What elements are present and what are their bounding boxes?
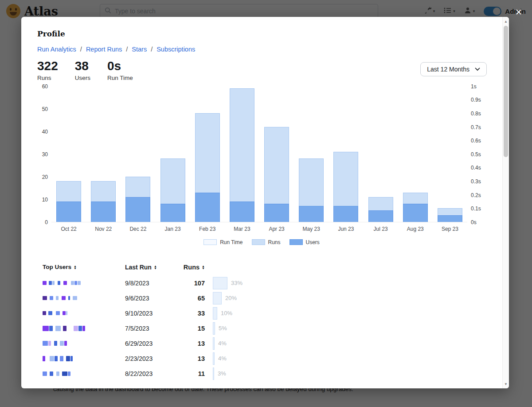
x-axis-label: Jul 23: [364, 226, 398, 232]
mosaic-block: [56, 311, 60, 315]
y-axis-tick-label: 0.6s: [471, 138, 481, 144]
top-user-cell: [43, 296, 125, 300]
mosaic-block: [66, 296, 68, 300]
mosaic-block: [43, 341, 48, 346]
mosaic-block: [47, 296, 49, 300]
mosaic-block: [48, 341, 51, 346]
column-label: Last Run: [125, 264, 152, 271]
mosaic-block: [67, 281, 70, 285]
runs-count-cell: 13: [179, 340, 205, 347]
sort-icon: ▲▼: [74, 265, 77, 269]
bar-group-sep-23: Sep 23: [433, 87, 467, 222]
mosaic-block: [55, 326, 61, 331]
y-axis-tick-label: 0.2s: [471, 192, 481, 198]
mosaic-block: [71, 281, 74, 285]
link-separator: /: [151, 46, 153, 53]
y-axis-tick-label: 20: [42, 174, 48, 180]
profile-link-subscriptions[interactable]: Subscriptions: [156, 46, 195, 53]
mosaic-block: [56, 296, 59, 300]
users-bar: [195, 193, 220, 222]
mosaic-block: [62, 296, 66, 300]
mosaic-block: [56, 371, 59, 376]
legend-label: Users: [306, 239, 320, 245]
profile-link-run-analytics[interactable]: Run Analytics: [37, 46, 76, 53]
runs-count-cell: 15: [179, 325, 205, 332]
mosaic-block: [50, 356, 54, 361]
close-button[interactable]: ✕: [515, 8, 522, 16]
x-axis-label: Nov 22: [86, 226, 121, 232]
scrollbar-thumb[interactable]: [504, 26, 508, 157]
redacted-username-mosaic: [43, 296, 125, 300]
share-bar: [213, 367, 214, 380]
profile-link-report-runs[interactable]: Report Runs: [86, 46, 122, 53]
mosaic-block: [60, 311, 62, 315]
mosaic-block: [67, 326, 73, 331]
bar-group-dec-22: Dec 22: [121, 87, 155, 222]
scroll-up-arrow-icon[interactable]: ▲: [503, 18, 509, 25]
mosaic-block: [50, 296, 53, 300]
y-axis-tick-label: 0.1s: [471, 205, 481, 212]
runs-count-cell: 33: [179, 310, 205, 317]
date-range-selector[interactable]: Last 12 Months: [420, 62, 487, 76]
scroll-down-arrow-icon[interactable]: ▼: [503, 380, 509, 387]
mosaic-block: [68, 371, 70, 376]
column-header-runs[interactable]: Runs ▲▼: [179, 264, 205, 271]
y-axis-tick-label: 0.8s: [471, 111, 481, 117]
y-axis-tick-label: 0.7s: [471, 124, 481, 130]
link-separator: /: [80, 46, 82, 53]
last-run-cell: 9/6/2023: [125, 295, 179, 302]
chevron-down-icon: [475, 67, 480, 71]
x-axis-label: Apr 23: [259, 226, 294, 232]
runs-share-cell: 4%: [213, 337, 227, 350]
legend-item-users: Users: [289, 239, 320, 245]
bar-group-may-23: May 23: [294, 87, 329, 222]
mosaic-block: [66, 311, 67, 315]
last-run-cell: 2/23/2023: [125, 355, 179, 362]
modal-scrollbar[interactable]: ▲ ▼: [502, 17, 509, 388]
date-range-value: Last 12 Months: [427, 66, 469, 73]
mosaic-block: [64, 356, 66, 361]
share-bar: [213, 352, 215, 365]
column-header-top-users[interactable]: Top Users ▲▼: [43, 264, 125, 270]
top-user-cell: [43, 326, 125, 331]
legend-swatch: [252, 239, 265, 245]
y-axis-right: 0s0.1s0.2s0.3s0.4s0.5s0.6s0.7s0.8s0.9s1s: [467, 87, 486, 222]
last-run-cell: 6/29/2023: [125, 340, 179, 347]
redacted-username-mosaic: [43, 311, 125, 315]
bar-group-mar-23: Mar 23: [225, 87, 259, 222]
mosaic-block: [51, 341, 54, 346]
mosaic-block: [61, 281, 63, 285]
column-header-last-run[interactable]: Last Run ▲▼: [125, 264, 179, 271]
users-bar: [264, 204, 289, 222]
legend-label: Runs: [268, 239, 281, 245]
mosaic-block: [82, 326, 85, 331]
top-user-cell: [43, 371, 125, 376]
y-axis-tick-label: 60: [42, 83, 48, 90]
y-axis-tick-label: 50: [42, 106, 48, 112]
mosaic-block: [43, 311, 46, 315]
x-axis-label: Feb 23: [190, 226, 225, 232]
stat-value: 38: [75, 59, 90, 73]
runs-share-cell: 20%: [213, 292, 237, 304]
sort-icon: ▲▼: [202, 265, 205, 269]
table-row: 7/5/2023155%: [43, 321, 486, 336]
y-axis-tick-label: 0.3s: [471, 178, 481, 185]
table-row: 9/10/20233310%: [43, 306, 486, 321]
mosaic-block: [61, 326, 63, 331]
runs-share-cell: 5%: [213, 322, 227, 335]
profile-analytics-modal: Profile Run Analytics/Report Runs/Stars/…: [21, 17, 509, 388]
y-axis-tick-label: 0: [45, 219, 48, 225]
last-run-cell: 9/8/2023: [125, 280, 179, 287]
users-bar: [230, 202, 254, 222]
table-row: 6/29/2023134%: [43, 336, 486, 351]
share-bar: [213, 337, 215, 350]
redacted-username-mosaic: [43, 356, 125, 361]
mosaic-block: [43, 356, 45, 361]
mosaic-block: [47, 311, 48, 315]
mosaic-block: [49, 326, 53, 331]
share-percent: 4%: [218, 340, 227, 347]
stat-value: 322: [37, 59, 58, 73]
top-user-cell: [43, 356, 125, 361]
top-user-cell: [43, 281, 125, 285]
profile-link-stars[interactable]: Stars: [132, 46, 147, 53]
